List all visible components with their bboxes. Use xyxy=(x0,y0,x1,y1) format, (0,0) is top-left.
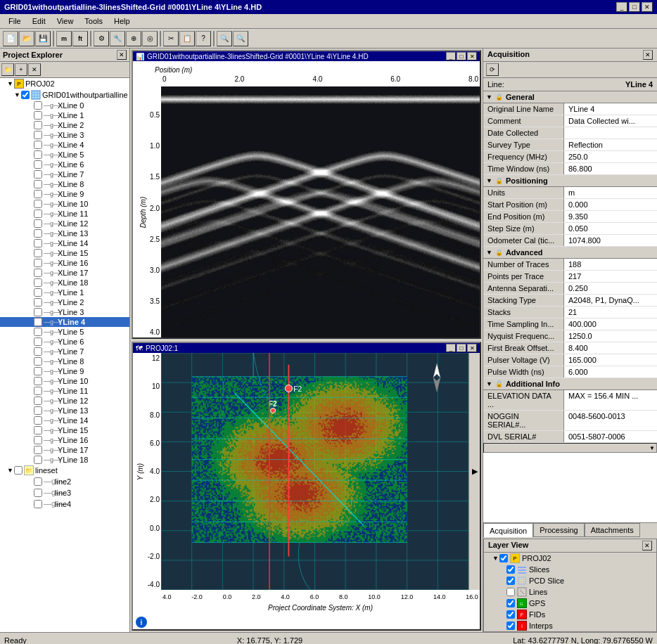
tool-4[interactable]: ◎ xyxy=(142,31,158,46)
tab-processing[interactable]: Processing xyxy=(533,523,584,537)
tree-item-xline-2[interactable]: —g— XLine 2 xyxy=(0,120,129,130)
tool-7[interactable]: ? xyxy=(196,31,211,46)
section-general-header[interactable]: ▼ 🔒 General xyxy=(483,91,657,103)
menu-help[interactable]: Help xyxy=(108,15,136,27)
tree-item-yline-9[interactable]: —g— YLine 9 xyxy=(0,366,129,376)
tree-container[interactable]: ▼ P PROJ02 ▼ GRID01withoutpartialline —g… xyxy=(0,78,129,632)
tree-item-yline-14[interactable]: —g— YLine 14 xyxy=(0,416,129,425)
props-scrollbar[interactable]: ▼ xyxy=(483,443,657,453)
explorer-btn-2[interactable]: + xyxy=(15,63,27,76)
tree-item-yline-18[interactable]: —g— YLine 18 xyxy=(0,455,129,465)
explorer-btn-3[interactable]: ✕ xyxy=(28,63,41,76)
tree-item-xline-10[interactable]: —g— XLine 10 xyxy=(0,199,129,209)
tree-item-xline-7[interactable]: —g— XLine 7 xyxy=(0,169,129,179)
tool-6[interactable]: 📋 xyxy=(179,31,195,46)
tree-item-yline-10[interactable]: —g— YLine 10 xyxy=(0,376,129,386)
tree-item-line3[interactable]: —g— line3 xyxy=(0,487,129,498)
expand-lineset[interactable]: ▼ xyxy=(7,467,14,474)
layer-checkbox-gps[interactable] xyxy=(506,599,515,607)
lineset-checkbox[interactable] xyxy=(14,466,23,475)
tree-item-yline-5[interactable]: —g— YLine 5 xyxy=(0,327,129,337)
section-positioning-header[interactable]: ▼ 🔒 Positioning xyxy=(483,175,657,187)
line4-checkbox[interactable] xyxy=(34,500,42,508)
info-icon[interactable]: i xyxy=(136,617,147,628)
tree-item-xline-11[interactable]: —g— XLine 11 xyxy=(0,209,129,219)
tree-item-yline-7[interactable]: —g— YLine 7 xyxy=(0,347,129,356)
line3-checkbox[interactable] xyxy=(34,489,42,497)
maximize-button[interactable]: □ xyxy=(629,2,640,12)
tree-item-xline-6[interactable]: —g— XLine 6 xyxy=(0,160,129,169)
layer-checkbox-pcd[interactable] xyxy=(506,577,515,585)
minimize-button[interactable]: _ xyxy=(616,2,627,12)
tool-3[interactable]: ⊕ xyxy=(126,31,141,46)
tree-item-lineset[interactable]: ▼ 📁 lineset xyxy=(0,465,129,476)
explorer-close[interactable]: ✕ xyxy=(117,50,127,60)
tree-item-yline-16[interactable]: —g— YLine 16 xyxy=(0,435,129,445)
gpr-close[interactable]: ✕ xyxy=(467,52,477,60)
tree-item-yline-15[interactable]: —g— YLine 15 xyxy=(0,425,129,435)
map-minimize[interactable]: _ xyxy=(446,344,456,352)
tree-item-xline-8[interactable]: —g— XLine 8 xyxy=(0,179,129,189)
zoom-in-button[interactable]: 🔍 xyxy=(217,31,232,46)
tree-item-xline-14[interactable]: —g— XLine 14 xyxy=(0,238,129,248)
layer-checkbox-proj02[interactable] xyxy=(499,554,508,562)
grid01-checkbox[interactable] xyxy=(21,91,30,99)
layer-checkbox-interps[interactable] xyxy=(506,622,515,630)
menu-edit[interactable]: Edit xyxy=(27,15,51,27)
tree-item-xline-1[interactable]: —g— XLine 1 xyxy=(0,110,129,120)
tree-item-yline-8[interactable]: —g— YLine 8 xyxy=(0,356,129,366)
tree-item-yline-11[interactable]: —g— YLine 11 xyxy=(0,386,129,396)
layer-checkbox-slices[interactable] xyxy=(506,565,515,574)
tree-item-yline-12[interactable]: —g— YLine 12 xyxy=(0,396,129,406)
tree-item-proj02[interactable]: ▼ P PROJ02 xyxy=(0,78,129,89)
open-button[interactable]: 📂 xyxy=(19,31,34,46)
tab-attachments[interactable]: Attachments xyxy=(585,523,640,537)
new-button[interactable]: 📄 xyxy=(3,31,18,46)
tree-item-yline-17[interactable]: —g— YLine 17 xyxy=(0,445,129,455)
acq-props-scroll[interactable]: ▼ 🔒 General Original Line Name YLine 4 C… xyxy=(483,91,657,522)
tree-item-grid01[interactable]: ▼ GRID01withoutpartialline xyxy=(0,89,129,101)
tree-item-yline-13[interactable]: —g— YLine 13 xyxy=(0,406,129,416)
layer-checkbox-lines[interactable] xyxy=(506,588,515,596)
tree-item-xline-15[interactable]: —g— XLine 15 xyxy=(0,248,129,258)
tree-item-line4[interactable]: —g— line4 xyxy=(0,498,129,510)
feet-button[interactable]: ft xyxy=(72,31,88,46)
tree-item-xline-13[interactable]: —g— XLine 13 xyxy=(0,228,129,238)
map-close[interactable]: ✕ xyxy=(467,344,477,352)
tree-item-yline-3[interactable]: —g— YLine 3 xyxy=(0,307,129,317)
tree-item-yline-1[interactable]: —g— YLine 1 xyxy=(0,288,129,297)
tool-1[interactable]: ⚙ xyxy=(94,31,109,46)
save-button[interactable]: 💾 xyxy=(35,31,51,46)
expand-grid01[interactable]: ▼ xyxy=(14,91,21,98)
section-advanced-header[interactable]: ▼ 🔒 Advanced xyxy=(483,247,657,259)
tree-item-xline-12[interactable]: —g— XLine 12 xyxy=(0,219,129,228)
map-maximize[interactable]: □ xyxy=(457,344,466,352)
tree-item-xline-16[interactable]: —g— XLine 16 xyxy=(0,258,129,268)
gpr-minimize[interactable]: _ xyxy=(446,52,456,60)
menu-tools[interactable]: Tools xyxy=(79,15,108,27)
tab-acquisition[interactable]: Acquisition xyxy=(483,523,533,537)
section-additional-header[interactable]: ▼ 🔒 Additional Info xyxy=(483,378,657,390)
tree-item-xline-3[interactable]: —g— XLine 3 xyxy=(0,130,129,140)
tree-item-xline-5[interactable]: —g— XLine 5 xyxy=(0,150,129,160)
tool-2[interactable]: 🔧 xyxy=(110,31,125,46)
explorer-btn-1[interactable]: 📁 xyxy=(1,63,14,76)
tree-item-yline-6[interactable]: —g— YLine 6 xyxy=(0,337,129,347)
tree-item-xline-0[interactable]: —g— XLine 0 xyxy=(0,101,129,110)
meter-button[interactable]: m xyxy=(56,31,72,46)
tree-item-xline-9[interactable]: —g— XLine 9 xyxy=(0,189,129,199)
tree-item-yline-2[interactable]: —g— YLine 2 xyxy=(0,297,129,307)
expand-proj02[interactable]: ▼ xyxy=(7,80,14,87)
layer-view-close[interactable]: ✕ xyxy=(642,541,652,550)
acq-icon-1[interactable]: ⟳ xyxy=(486,63,499,76)
menu-view[interactable]: View xyxy=(51,15,79,27)
tree-item-xline-17[interactable]: —g— XLine 17 xyxy=(0,268,129,278)
tree-item-line2[interactable]: —g— line2 xyxy=(0,476,129,487)
gpr-maximize[interactable]: □ xyxy=(457,52,466,60)
expand-layer-proj02[interactable]: ▼ xyxy=(492,555,499,562)
menu-file[interactable]: File xyxy=(3,15,27,27)
acq-close[interactable]: ✕ xyxy=(643,50,653,60)
tree-item-xline-18[interactable]: —g— XLine 18 xyxy=(0,278,129,288)
tree-item-yline-4[interactable]: —g— YLine 4 xyxy=(0,317,129,327)
map-nav-right[interactable]: ▶ xyxy=(468,353,480,590)
